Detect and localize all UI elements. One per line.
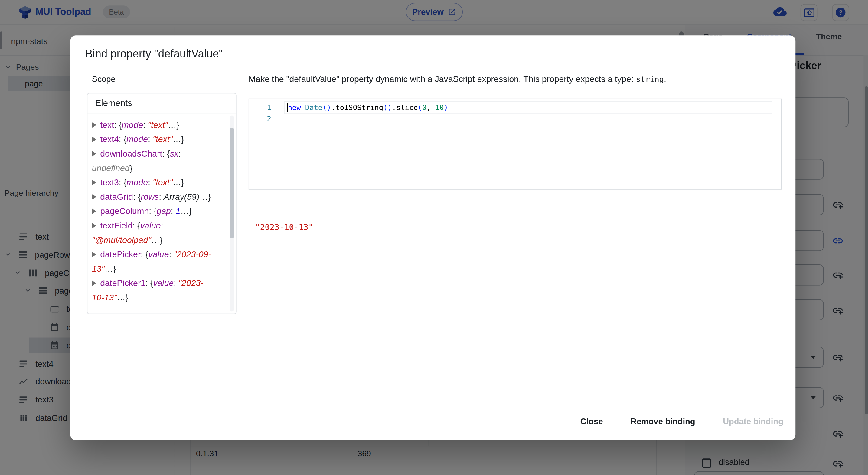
update-binding-button[interactable]: Update binding [721, 413, 785, 429]
scope-item-text4[interactable]: text4: {mode: "text"…} [92, 132, 215, 146]
expand-arrow-icon[interactable] [92, 252, 96, 257]
expand-arrow-icon[interactable] [92, 151, 96, 157]
expand-arrow-icon[interactable] [92, 223, 96, 229]
expand-arrow-icon[interactable] [92, 137, 96, 142]
expand-arrow-icon[interactable] [92, 123, 96, 128]
elements-list: text: {mode: "text"…} text4: {mode: "tex… [87, 113, 215, 305]
close-button[interactable]: Close [578, 413, 605, 429]
line-number: 1 [257, 103, 271, 111]
bind-property-dialog: Bind property "defaultValue" Scope Eleme… [70, 35, 796, 440]
expand-arrow-icon[interactable] [92, 280, 96, 286]
elements-scrollbar-track [230, 116, 235, 311]
expand-arrow-icon[interactable] [92, 194, 96, 199]
scope-item-textfield[interactable]: textField: {value: "@mui/toolpad"…} [92, 218, 215, 247]
dialog-title: Bind property "defaultValue" [85, 47, 223, 60]
scope-elements-panel: Elements text: {mode: "text"…} text4: {m… [87, 93, 236, 314]
scope-label: Scope [92, 74, 116, 83]
expression-code[interactable]: new Date().toISOString().slice(0, 10) [288, 103, 448, 111]
scope-item-datepicker[interactable]: datePicker: {value: "2023-09-13"…} [92, 247, 215, 276]
dialog-actions: Close Remove binding Update binding [578, 413, 785, 429]
elements-header: Elements [87, 93, 236, 113]
scope-item-text3[interactable]: text3: {mode: "text"…} [92, 175, 215, 190]
expected-type: string [636, 75, 664, 83]
remove-binding-button[interactable]: Remove binding [628, 413, 698, 429]
editor-gutter-divider [773, 99, 773, 189]
elements-scrollbar[interactable] [230, 128, 235, 238]
expand-arrow-icon[interactable] [92, 180, 96, 185]
text-cursor [287, 103, 288, 112]
scope-item-datagrid[interactable]: dataGrid: {rows: Array(59)…} [92, 190, 215, 204]
scope-item-text[interactable]: text: {mode: "text"…} [92, 118, 215, 132]
line-number: 2 [257, 114, 271, 123]
expand-arrow-icon[interactable] [92, 208, 96, 214]
js-expression-editor[interactable]: 1 2 new Date().toISOString().slice(0, 10… [249, 99, 782, 190]
evaluated-result: "2023-10-13" [255, 223, 313, 232]
dialog-description: Make the "defaultValue" property dynamic… [249, 74, 791, 84]
scope-item-datepicker1[interactable]: datePicker1: {value: "2023-10-13"…} [92, 276, 215, 305]
scope-item-downloadschart[interactable]: downloadsChart: {sx: undefined} [92, 146, 215, 175]
scope-item-pagecolumn[interactable]: pageColumn: {gap: 1…} [92, 204, 215, 218]
mui-toolpad-app: MUI Toolpad Beta Preview ? npm-stats [0, 0, 868, 475]
